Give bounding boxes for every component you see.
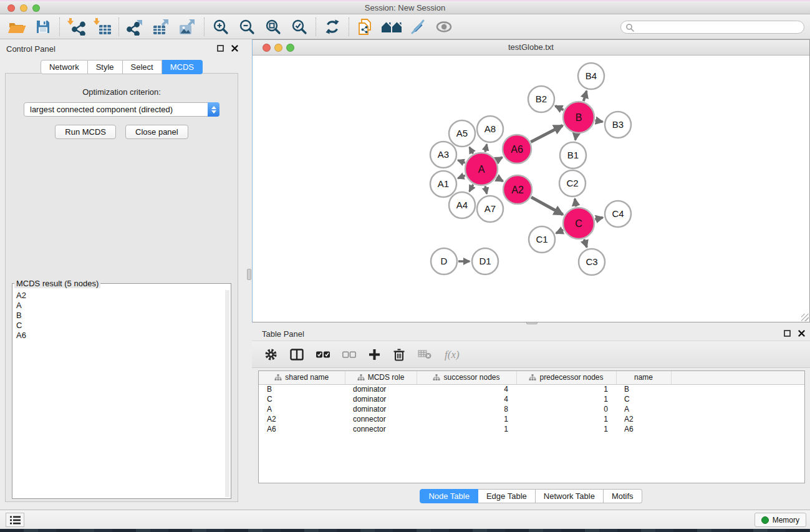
graph-node-C2[interactable]: C2 xyxy=(559,170,586,196)
graph-node-B2[interactable]: B2 xyxy=(528,86,554,112)
tab-style[interactable]: Style xyxy=(88,60,123,74)
result-list-item[interactable]: A xyxy=(16,301,227,311)
zoom-out-button[interactable] xyxy=(234,16,260,37)
deselect-all-columns-button[interactable] xyxy=(342,351,356,358)
graph-node-A7[interactable]: A7 xyxy=(477,196,503,222)
graph-node-A6[interactable]: A6 xyxy=(503,135,531,163)
network-minimize-light[interactable] xyxy=(274,44,282,52)
graph-node-A4[interactable]: A4 xyxy=(449,192,475,218)
table-row[interactable]: A6connector11A6 xyxy=(259,424,804,434)
split-columns-button[interactable] xyxy=(290,349,304,360)
graph-edge-A-A1[interactable] xyxy=(458,175,465,178)
graph-node-B3[interactable]: B3 xyxy=(605,112,631,138)
graph-node-D[interactable]: D xyxy=(431,248,457,274)
graph-edge-C-C3[interactable] xyxy=(584,239,587,248)
delete-table-button[interactable] xyxy=(418,349,432,359)
tab-select[interactable]: Select xyxy=(123,60,162,74)
column-header-predecessor-nodes[interactable]: predecessor nodes xyxy=(516,371,616,384)
column-header-shared-name[interactable]: shared name xyxy=(259,371,345,384)
function-builder-button[interactable]: f(x) xyxy=(444,348,466,360)
graph-edge-A-A6[interactable] xyxy=(496,157,502,160)
result-list-item[interactable]: C xyxy=(16,321,227,331)
graph-edge-C-C4[interactable] xyxy=(595,218,602,220)
graph-edge-A-A8[interactable] xyxy=(485,144,487,152)
tab-edge-table[interactable]: Edge Table xyxy=(478,489,536,503)
result-list-item[interactable]: B xyxy=(16,311,227,321)
add-column-button[interactable] xyxy=(369,349,380,360)
graph-node-C[interactable]: C xyxy=(563,208,594,239)
memory-button[interactable]: Memory xyxy=(755,513,806,527)
delete-columns-button[interactable] xyxy=(393,348,405,361)
tab-network[interactable]: Network xyxy=(41,60,88,74)
graph-node-A1[interactable]: A1 xyxy=(430,171,456,197)
task-history-button[interactable] xyxy=(6,513,24,527)
close-panel-button[interactable]: Close panel xyxy=(125,125,188,139)
close-panel-icon[interactable] xyxy=(798,330,805,337)
tab-motifs[interactable]: Motifs xyxy=(604,489,642,503)
export-table-button[interactable] xyxy=(148,16,175,37)
graph-node-C4[interactable]: C4 xyxy=(605,201,631,227)
node-table-header[interactable]: shared nameMCDS rolesuccessor nodesprede… xyxy=(259,371,804,384)
zoom-fit-button[interactable] xyxy=(260,16,286,37)
graph-edge-B-B3[interactable] xyxy=(595,120,603,122)
float-panel-icon[interactable] xyxy=(217,45,224,52)
network-zoom-light[interactable] xyxy=(286,44,294,52)
graph-node-D1[interactable]: D1 xyxy=(472,248,498,274)
graph-node-B1[interactable]: B1 xyxy=(560,142,586,168)
column-header-mcds-role[interactable]: MCDS role xyxy=(345,371,417,384)
graph-node-A3[interactable]: A3 xyxy=(430,142,456,168)
home-view-button[interactable] xyxy=(378,16,405,37)
zoom-window-light[interactable] xyxy=(32,4,40,12)
graph-node-A8[interactable]: A8 xyxy=(477,116,503,142)
graph-edge-B-B2[interactable] xyxy=(556,106,564,110)
graph-edge-A6-B[interactable] xyxy=(531,125,562,142)
tab-node-table[interactable]: Node Table xyxy=(420,489,478,503)
open-session-button[interactable] xyxy=(4,16,30,37)
graph-node-A[interactable]: A xyxy=(465,153,498,185)
graph-edge-C-C2[interactable] xyxy=(575,199,576,207)
graph-edge-A-A4[interactable] xyxy=(470,185,473,191)
import-network-button[interactable] xyxy=(63,16,89,37)
result-list-item[interactable]: A6 xyxy=(16,331,227,341)
graph-node-B4[interactable]: B4 xyxy=(578,63,604,89)
graph-node-B[interactable]: B xyxy=(563,102,594,133)
graph-node-A2[interactable]: A2 xyxy=(503,175,532,204)
result-scrollbar[interactable] xyxy=(225,290,229,497)
select-all-columns-button[interactable] xyxy=(316,351,330,358)
result-list-item[interactable]: A2 xyxy=(16,291,227,301)
window-resize-grip[interactable] xyxy=(801,314,809,321)
import-table-button[interactable] xyxy=(89,16,115,37)
graph-edge-A-A5[interactable] xyxy=(470,147,473,153)
export-network-button[interactable] xyxy=(122,16,148,37)
search-input[interactable] xyxy=(620,21,804,34)
table-row[interactable]: Cdominator41C xyxy=(259,394,804,404)
graph-edge-A2-C[interactable] xyxy=(531,197,563,215)
show-hide-eye-button[interactable] xyxy=(431,16,457,37)
graph-node-A5[interactable]: A5 xyxy=(449,120,475,147)
table-row[interactable]: Adominator80A xyxy=(259,404,804,414)
save-session-button[interactable] xyxy=(30,16,56,37)
tab-network-table[interactable]: Network Table xyxy=(536,489,604,503)
minimize-window-light[interactable] xyxy=(20,4,27,12)
graph-edge-A-A2[interactable] xyxy=(496,178,503,181)
duplicate-network-button[interactable] xyxy=(352,16,378,37)
zoom-selected-button[interactable] xyxy=(286,16,312,37)
network-close-light[interactable] xyxy=(263,44,271,52)
table-settings-button[interactable] xyxy=(264,348,277,361)
graph-edge-B-B4[interactable] xyxy=(584,91,587,101)
vertical-divider-handle[interactable] xyxy=(247,269,251,280)
search-text-field[interactable] xyxy=(634,22,804,32)
graph-edge-B-B1[interactable] xyxy=(576,134,577,140)
hide-graphics-details-button[interactable] xyxy=(405,16,431,37)
graph-node-C1[interactable]: C1 xyxy=(529,226,555,253)
mcds-result-list[interactable]: A2ABCA6 xyxy=(12,284,231,341)
close-panel-icon[interactable] xyxy=(231,45,238,52)
column-header-name[interactable]: name xyxy=(616,371,671,384)
optimization-criterion-dropdown[interactable]: largest connected component (directed) xyxy=(24,102,219,117)
export-image-button[interactable] xyxy=(175,16,201,37)
graph-edge-C-C1[interactable] xyxy=(556,230,563,233)
network-window-titlebar[interactable]: testGlobe.txt xyxy=(253,40,809,56)
network-canvas[interactable]: B4B2BB3A8A5A6A3B1AC2A1A2A4A7C4CC1DD1C3 xyxy=(253,56,809,322)
run-mcds-button[interactable]: Run MCDS xyxy=(55,125,116,139)
refresh-network-button[interactable] xyxy=(319,16,345,37)
